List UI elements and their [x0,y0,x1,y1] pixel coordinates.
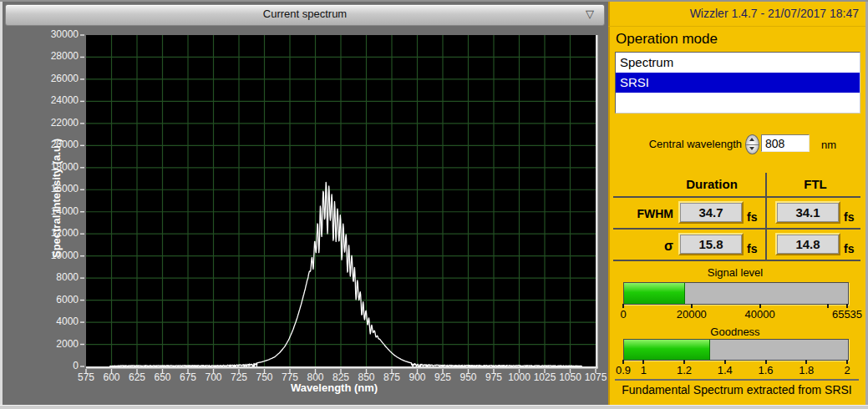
signal-level-fill [624,283,685,304]
y-tick-label: 12000 [33,227,79,239]
y-axis-title: Spectral Intensity (a.u.) [50,107,63,290]
mode-item-spectrum[interactable]: Spectrum [616,53,860,73]
y-tick-label: 4000 [33,316,79,327]
window-border-bottom [0,405,868,409]
y-tick-label: 18000 [33,161,79,173]
fwhm-ftl-unit: fs [844,210,854,224]
y-tick-label: 20000 [33,139,79,150]
fwhm-duration-unit: fs [747,210,757,224]
sigma-row-label: σ [612,239,673,254]
sigma-ftl-value: 14.8 [775,233,840,255]
spectrum-plot [79,31,604,375]
y-tick-label: 30000 [33,28,79,40]
wizzler-window: Current spectrum ▽ Spectral Intensity (a… [0,0,868,409]
scale-number: 20000 [667,308,717,321]
sigma-duration-unit: fs [747,242,757,255]
goodness-bar [623,339,849,361]
goodness-fill [624,340,710,360]
plot-selector-label: Current spectrum [6,8,604,20]
ftl-column-header: FTL [778,177,853,191]
y-tick-label: 28000 [33,50,79,62]
wavelength-spinner[interactable] [745,134,759,154]
duration-column-header: Duration [658,177,765,191]
y-tick-label: 24000 [33,94,79,106]
control-panel: Wizzler 1.4.7 - 21/07/2017 18:47 Operati… [608,2,865,405]
y-tick-label: 10000 [33,250,79,261]
scale-number: 65535 [822,308,868,321]
sigma-ftl-unit: fs [844,242,854,255]
panel-left-border [608,2,610,405]
y-tick-label: 14000 [33,205,79,217]
scale-number: 40000 [735,308,785,321]
scale-number: 0 [598,308,648,321]
x-axis-title: Wavelength (nm) [209,381,459,394]
wavelength-unit-label: nm [821,139,836,151]
dropdown-arrow-icon[interactable]: ▽ [586,8,594,20]
plot-selector-dropdown[interactable]: Current spectrum ▽ [5,4,605,26]
app-title: Wizzler 1.4.7 - 21/07/2017 18:47 [608,2,865,27]
goodness-label: Goodness [623,326,847,338]
y-tick-label: 8000 [33,271,79,283]
y-tick-label: 16000 [33,183,79,194]
sigma-duration-value: 15.8 [678,233,744,255]
central-wavelength-label: Central wavelength [632,138,742,150]
table-divider-2 [613,228,860,230]
signal-level-bar [623,282,849,305]
y-tick-label: 6000 [33,294,79,305]
y-tick-label: 22000 [33,117,79,129]
table-divider-1 [613,196,860,198]
fwhm-duration-value: 34.7 [678,201,744,224]
wavelength-input[interactable] [761,134,810,152]
scale-number: 2 [822,364,868,376]
operation-mode-list: Spectrum SRSI [615,52,860,114]
y-tick-label: 0 [33,360,79,371]
mode-item-srsi[interactable]: SRSI [616,73,860,93]
footer-status-text: Fundamental Spectrum extracted from SRSI [608,383,865,396]
spinner-down-icon[interactable] [746,144,759,154]
fwhm-ftl-value: 34.1 [775,201,840,224]
y-tick-label: 2000 [33,338,79,350]
signal-level-label: Signal level [623,266,847,279]
footer-separator [615,379,859,381]
table-divider-3 [613,260,860,261]
table-divider-vertical [765,173,767,261]
spectrum-pane: Current spectrum ▽ Spectral Intensity (a… [3,2,608,405]
fwhm-row-label: FWHM [612,207,673,220]
y-tick-label: 26000 [33,73,79,84]
operation-mode-heading: Operation mode [616,31,718,48]
